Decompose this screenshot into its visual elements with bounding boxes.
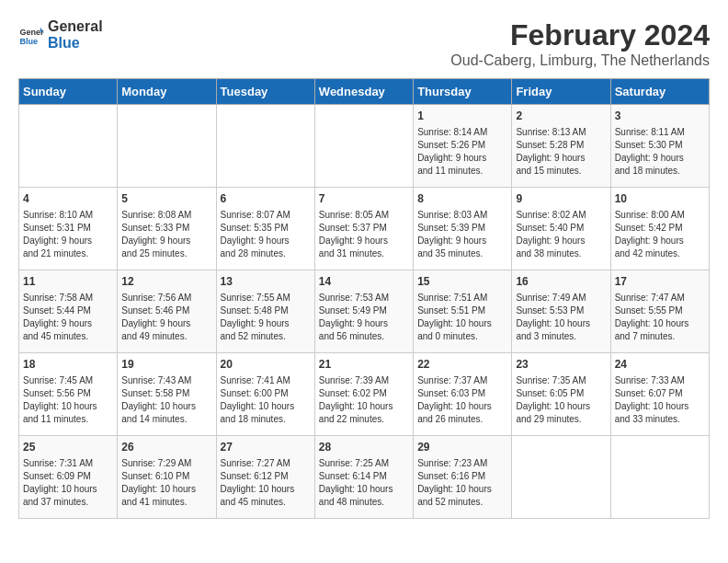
day-info: Daylight: 9 hours [221, 235, 311, 247]
day-info: Sunrise: 7:39 AM [319, 374, 409, 387]
day-number: 2 [516, 109, 606, 124]
calendar-cell [216, 105, 314, 188]
day-info: Sunrise: 7:25 AM [319, 457, 409, 470]
day-info: Daylight: 10 hours [221, 483, 311, 496]
day-number: 8 [417, 191, 507, 207]
day-info: Sunset: 6:00 PM [221, 387, 311, 400]
header-day-wednesday: Wednesday [314, 79, 413, 105]
day-info: Daylight: 10 hours [121, 483, 211, 496]
day-info: Daylight: 9 hours [121, 235, 211, 247]
day-info: and 38 minutes. [516, 247, 606, 260]
day-info: Sunrise: 7:51 AM [417, 292, 507, 304]
day-number: 14 [319, 274, 409, 290]
day-info: Daylight: 9 hours [221, 317, 311, 330]
day-info: and 14 minutes. [121, 413, 211, 426]
day-info: and 25 minutes. [121, 247, 211, 260]
day-number: 29 [417, 440, 507, 455]
day-info: Sunset: 5:28 PM [516, 139, 606, 152]
day-info: and 18 minutes. [221, 413, 311, 426]
day-info: and 37 minutes. [23, 496, 113, 509]
day-number: 7 [319, 191, 409, 207]
day-info: Sunrise: 8:03 AM [417, 209, 507, 222]
calendar-cell: 10Sunrise: 8:00 AMSunset: 5:42 PMDayligh… [610, 188, 709, 270]
calendar-table: SundayMondayTuesdayWednesdayThursdayFrid… [18, 78, 710, 519]
day-number: 21 [319, 357, 409, 373]
day-info: Sunrise: 7:58 AM [23, 292, 113, 304]
day-number: 11 [23, 274, 113, 290]
calendar-cell: 25Sunrise: 7:31 AMSunset: 6:09 PMDayligh… [19, 436, 118, 519]
day-info: Sunrise: 7:23 AM [417, 457, 507, 470]
day-info: Sunset: 5:51 PM [417, 304, 507, 317]
day-info: Sunset: 6:02 PM [319, 387, 409, 400]
day-info: and 52 minutes. [417, 496, 507, 509]
calendar-cell [314, 105, 413, 188]
day-info: Sunrise: 7:33 AM [615, 374, 705, 387]
day-info: Daylight: 10 hours [23, 400, 113, 413]
day-info: Sunrise: 8:00 AM [615, 209, 705, 222]
day-info: Sunset: 5:26 PM [417, 139, 507, 152]
calendar-header: SundayMondayTuesdayWednesdayThursdayFrid… [19, 79, 710, 105]
day-number: 12 [121, 274, 211, 290]
calendar-cell: 27Sunrise: 7:27 AMSunset: 6:12 PMDayligh… [216, 436, 314, 519]
day-number: 6 [221, 191, 311, 207]
day-info: Sunset: 6:10 PM [121, 470, 211, 483]
calendar-cell: 20Sunrise: 7:41 AMSunset: 6:00 PMDayligh… [216, 353, 314, 436]
calendar-cell: 18Sunrise: 7:45 AMSunset: 5:56 PMDayligh… [19, 353, 118, 436]
day-info: Sunrise: 8:14 AM [417, 126, 507, 139]
day-info: Sunset: 5:44 PM [23, 304, 113, 317]
day-info: Sunrise: 7:29 AM [121, 457, 211, 470]
day-info: and 31 minutes. [319, 247, 409, 260]
day-info: Sunset: 6:03 PM [417, 387, 507, 400]
day-info: Daylight: 10 hours [417, 400, 507, 413]
day-info: Sunrise: 7:56 AM [121, 292, 211, 304]
day-info: Sunset: 5:31 PM [23, 222, 113, 235]
day-info: Sunrise: 8:07 AM [221, 209, 311, 222]
day-number: 25 [23, 440, 113, 455]
day-number: 24 [615, 357, 705, 373]
calendar-week-0: 1Sunrise: 8:14 AMSunset: 5:26 PMDaylight… [19, 105, 710, 188]
day-info: Sunrise: 8:13 AM [516, 126, 606, 139]
day-info: Sunrise: 7:31 AM [23, 457, 113, 470]
day-info: and 35 minutes. [417, 247, 507, 260]
header-day-tuesday: Tuesday [216, 79, 314, 105]
day-number: 22 [417, 357, 507, 373]
day-info: Daylight: 9 hours [417, 152, 507, 165]
calendar-cell: 12Sunrise: 7:56 AMSunset: 5:46 PMDayligh… [118, 270, 216, 353]
day-info: and 56 minutes. [319, 330, 409, 343]
day-info: Daylight: 9 hours [516, 152, 606, 165]
calendar-week-4: 25Sunrise: 7:31 AMSunset: 6:09 PMDayligh… [19, 436, 710, 519]
svg-text:Blue: Blue [19, 36, 38, 45]
day-info: Sunset: 5:37 PM [319, 222, 409, 235]
calendar-cell [118, 105, 216, 188]
header-day-monday: Monday [118, 79, 216, 105]
day-info: Sunset: 6:05 PM [516, 387, 606, 400]
calendar-cell: 17Sunrise: 7:47 AMSunset: 5:55 PMDayligh… [610, 270, 709, 353]
day-info: Sunset: 6:14 PM [319, 470, 409, 483]
day-info: and 52 minutes. [221, 330, 311, 343]
calendar-cell: 9Sunrise: 8:02 AMSunset: 5:40 PMDaylight… [512, 188, 610, 270]
day-number: 10 [615, 191, 705, 207]
calendar-week-1: 4Sunrise: 8:10 AMSunset: 5:31 PMDaylight… [19, 188, 710, 270]
page-subtitle: Oud-Caberg, Limburg, The Netherlands [450, 52, 710, 69]
calendar-cell: 15Sunrise: 7:51 AMSunset: 5:51 PMDayligh… [414, 270, 512, 353]
day-info: Daylight: 9 hours [319, 235, 409, 247]
day-number: 9 [516, 191, 606, 207]
day-number: 4 [23, 191, 113, 207]
calendar-cell: 11Sunrise: 7:58 AMSunset: 5:44 PMDayligh… [19, 270, 118, 353]
logo-general: General [48, 18, 103, 35]
day-number: 18 [23, 357, 113, 373]
day-info: Daylight: 9 hours [417, 235, 507, 247]
day-info: Daylight: 9 hours [23, 317, 113, 330]
day-info: Sunset: 5:53 PM [516, 304, 606, 317]
day-info: Sunset: 5:40 PM [516, 222, 606, 235]
day-info: and 7 minutes. [615, 330, 705, 343]
day-info: Sunset: 5:42 PM [615, 222, 705, 235]
logo-blue: Blue [48, 35, 103, 52]
calendar-cell: 2Sunrise: 8:13 AMSunset: 5:28 PMDaylight… [512, 105, 610, 188]
day-number: 3 [615, 109, 705, 124]
calendar-cell [610, 436, 709, 519]
calendar-cell [19, 105, 118, 188]
day-number: 15 [417, 274, 507, 290]
calendar-cell: 7Sunrise: 8:05 AMSunset: 5:37 PMDaylight… [314, 188, 413, 270]
calendar-cell: 13Sunrise: 7:55 AMSunset: 5:48 PMDayligh… [216, 270, 314, 353]
